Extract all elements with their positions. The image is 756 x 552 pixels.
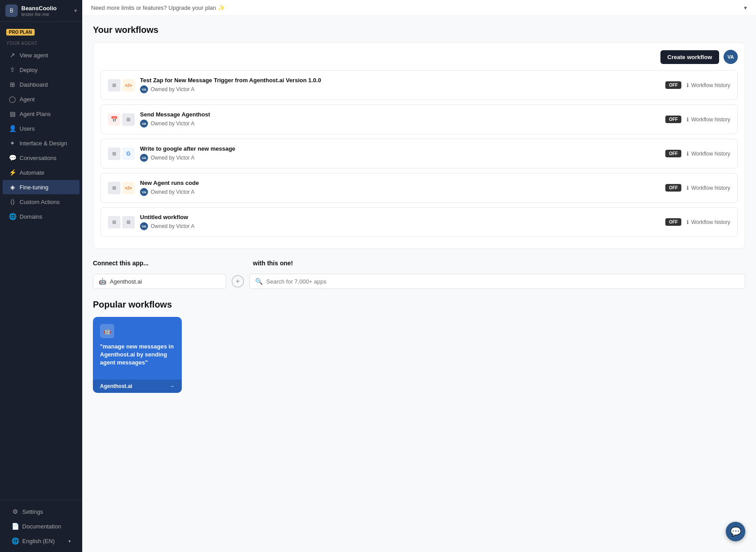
popular-workflow-card[interactable]: 🤖 "manage new messages in Agenthost.ai b… — [93, 317, 182, 393]
automate-icon: ⚡ — [9, 169, 16, 176]
workflow-history-link[interactable]: ℹ Workflow history — [687, 219, 730, 225]
banner-chevron-icon[interactable]: ▾ — [744, 4, 747, 11]
connect-app-input[interactable]: 🤖 Agenthost.ai — [93, 274, 226, 289]
workspace-sub: tester-for-me — [21, 12, 56, 17]
workflow-row: Untitled workflow VA Owned by Victor A O… — [100, 207, 738, 237]
workflow-owner: VA Owned by Victor A — [140, 154, 660, 162]
workflow-icon-agent — [108, 182, 120, 194]
sidebar-item-agent-plans[interactable]: ▤ Agent Plans — [3, 107, 80, 121]
workspace-info: BeansCoolio tester-for-me — [21, 5, 56, 17]
deploy-icon: ⇧ — [9, 66, 16, 73]
sidebar-item-automate[interactable]: ⚡ Automate — [3, 165, 80, 180]
workflow-owner: VA Owned by Victor A — [140, 85, 660, 93]
owner-badge: VA — [140, 188, 148, 196]
history-label: Workflow history — [691, 185, 730, 191]
sidebar-item-label: Agent — [20, 96, 35, 103]
workflow-owner: VA Owned by Victor A — [140, 120, 660, 128]
workflow-name: Send Message Agenthost — [140, 111, 660, 118]
workflow-info: New Agent runs code VA Owned by Victor A — [140, 180, 660, 196]
conversations-icon: 💬 — [9, 154, 16, 161]
search-input[interactable] — [266, 278, 740, 285]
workflow-actions: OFF ℹ Workflow history — [665, 184, 730, 192]
interface-icon: ✦ — [9, 140, 16, 147]
workflow-icon-google: G — [122, 148, 135, 160]
sidebar-item-users[interactable]: 👤 Users — [3, 121, 80, 136]
workflow-actions: OFF ℹ Workflow history — [665, 116, 730, 123]
view-agent-icon: ↗ — [9, 52, 16, 59]
sidebar-item-label: Fine-tuning — [20, 184, 48, 191]
workflow-status-badge[interactable]: OFF — [665, 81, 681, 89]
sidebar-item-label: Documentation — [22, 523, 61, 530]
sidebar-item-conversations[interactable]: 💬 Conversations — [3, 151, 80, 165]
custom-actions-icon: ⟨⟩ — [9, 198, 16, 205]
workflow-name: Write to google after new message — [140, 145, 660, 152]
workflow-history-link[interactable]: ℹ Workflow history — [687, 185, 730, 191]
workflow-info: Test Zap for New Message Trigger from Ag… — [140, 77, 660, 93]
workflow-icon-agent — [108, 79, 120, 92]
workflow-info: Send Message Agenthost VA Owned by Victo… — [140, 111, 660, 128]
page-title: Your workflows — [93, 25, 745, 35]
workflows-header: Create workflow VA — [100, 50, 738, 64]
workflow-row: 📅 Send Message Agenthost VA Owned by Vic… — [100, 104, 738, 134]
workflow-info: Untitled workflow VA Owned by Victor A — [140, 214, 660, 230]
sidebar-item-label: Domains — [20, 213, 42, 220]
popular-card-footer-label: Agenthost.ai — [100, 383, 132, 389]
sidebar-item-view-agent[interactable]: ↗ View agent — [3, 48, 80, 62]
workflow-status-badge[interactable]: OFF — [665, 116, 681, 123]
workflow-name: Test Zap for New Message Trigger from Ag… — [140, 77, 660, 84]
workflow-icon-agent — [108, 148, 120, 160]
sidebar-item-fine-tuning[interactable]: ◈ Fine-tuning — [3, 180, 80, 194]
sidebar-item-agent[interactable]: ◯ Agent — [3, 92, 80, 106]
history-label: Workflow history — [691, 82, 730, 88]
dashboard-icon: ⊞ — [9, 81, 16, 88]
chat-fab-icon: 💬 — [730, 526, 741, 537]
upgrade-banner: Need more limits or features? Upgrade yo… — [82, 0, 756, 16]
connect-right-label: with this one! — [253, 260, 745, 267]
workspace-name: BeansCoolio — [21, 5, 56, 12]
chat-fab-button[interactable]: 💬 — [726, 522, 745, 541]
create-workflow-button[interactable]: Create workflow — [660, 50, 719, 64]
settings-icon: ⚙ — [12, 508, 19, 515]
owner-text: Owned by Victor A — [151, 155, 195, 161]
sidebar-chevron-icon[interactable]: ▾ — [74, 8, 77, 14]
workflows-card: Create workflow VA </> Test Zap for New … — [93, 42, 745, 249]
owner-badge: VA — [140, 222, 148, 230]
workflow-history-link[interactable]: ℹ Workflow history — [687, 82, 730, 88]
workflow-actions: OFF ℹ Workflow history — [665, 150, 730, 157]
workflow-owner: VA Owned by Victor A — [140, 222, 660, 230]
sidebar-item-settings[interactable]: ⚙ Settings — [5, 504, 77, 519]
workflow-name: Untitled workflow — [140, 214, 660, 220]
sidebar-item-label: Agent Plans — [20, 111, 51, 117]
connect-search-box[interactable]: 🔍 — [249, 274, 745, 289]
sidebar-footer: ⚙ Settings 📄 Documentation 🌐 English (EN… — [0, 500, 82, 552]
history-icon: ℹ — [687, 116, 689, 123]
sidebar-nav: PRO PLAN YOUR AGENT ↗ View agent ⇧ Deplo… — [0, 22, 82, 500]
workflow-row: </> New Agent runs code VA Owned by Vict… — [100, 173, 738, 203]
sidebar-item-domains[interactable]: 🌐 Domains — [3, 209, 80, 224]
agent-icon: ◯ — [9, 96, 16, 103]
popular-section-title: Popular workflows — [93, 300, 745, 310]
workflow-status-badge[interactable]: OFF — [665, 150, 681, 157]
workflow-status-badge[interactable]: OFF — [665, 184, 681, 192]
popular-card-inner: 🤖 "manage new messages in Agenthost.ai b… — [93, 317, 182, 380]
workflow-icon-code: </> — [122, 79, 135, 92]
workflow-icons: 📅 — [108, 113, 135, 126]
sidebar-item-label: Dashboard — [20, 81, 48, 88]
history-label: Workflow history — [691, 116, 730, 123]
sidebar-item-interface-design[interactable]: ✦ Interface & Design — [3, 136, 80, 150]
sidebar-item-documentation[interactable]: 📄 Documentation — [5, 519, 77, 533]
workflow-status-badge[interactable]: OFF — [665, 218, 681, 226]
user-avatar: VA — [724, 50, 738, 64]
sidebar-item-label: Conversations — [20, 155, 56, 161]
app-name: Agenthost.ai — [110, 278, 142, 285]
workspace-icon: B — [5, 4, 18, 17]
workflow-history-link[interactable]: ℹ Workflow history — [687, 151, 730, 157]
popular-card-footer: Agenthost.ai → — [93, 380, 182, 393]
workflow-history-link[interactable]: ℹ Workflow history — [687, 116, 730, 123]
language-selector[interactable]: 🌐 English (EN) ▾ — [5, 534, 77, 548]
sidebar-item-deploy[interactable]: ⇧ Deploy — [3, 63, 80, 77]
sidebar-item-dashboard[interactable]: ⊞ Dashboard — [3, 77, 80, 92]
workflow-owner: VA Owned by Victor A — [140, 188, 660, 196]
sidebar-item-label: Deploy — [20, 67, 37, 73]
sidebar-item-custom-actions[interactable]: ⟨⟩ Custom Actions — [3, 195, 80, 209]
